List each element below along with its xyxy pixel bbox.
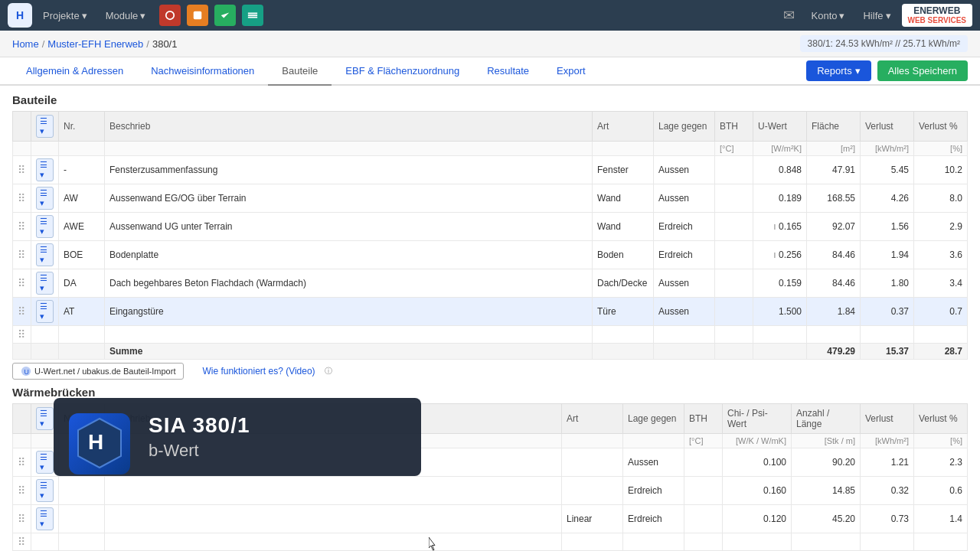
col-verlust: Verlust xyxy=(861,112,914,142)
save-all-button[interactable]: Alles Speichern xyxy=(877,60,968,81)
svg-rect-3 xyxy=(248,17,257,18)
col-bth-wb: BTH xyxy=(684,404,723,434)
icon-red[interactable] xyxy=(159,5,181,26)
icon-green[interactable] xyxy=(214,5,236,26)
menu-module[interactable]: Module ▾ xyxy=(98,7,154,24)
table-row-empty: ⠿ xyxy=(13,326,968,344)
col-verlust-pct: Verlust % xyxy=(914,112,968,142)
breadcrumb-current: 380/1 xyxy=(152,38,178,50)
tab-ebf[interactable]: EBF & Flächenzuordnung xyxy=(332,57,473,86)
energy-stats: 380/1: 24.53 kWh/m² // 25.71 kWh/m² xyxy=(800,35,968,52)
tab-export[interactable]: Export xyxy=(543,57,599,86)
breadcrumb: Home / Muster-EFH Enerweb / 380/1 xyxy=(12,38,177,50)
tab-allgemein[interactable]: Allgemein & Adressen xyxy=(12,57,137,86)
info-icon: ⓘ xyxy=(325,366,332,377)
col-icon-btn-wb[interactable]: ☰ ▾ xyxy=(36,407,54,430)
breadcrumb-project[interactable]: Muster-EFH Enerweb xyxy=(47,38,143,50)
menu-konto[interactable]: Konto ▾ xyxy=(804,7,853,24)
drag-handle[interactable]: ⠿ xyxy=(18,192,25,204)
row-icon-btn[interactable]: ☰ ▾ xyxy=(36,451,54,474)
tooltip-content: SIA 380/1 b-Wert xyxy=(149,413,403,461)
bauteile-sum-row: Summe 479.29 15.37 28.7 xyxy=(13,344,968,360)
bauteile-title: Bauteile xyxy=(12,93,968,106)
mail-icon[interactable]: ✉ xyxy=(777,4,801,27)
col-beschrieb: Beschrieb xyxy=(105,112,593,142)
svg-rect-2 xyxy=(248,15,257,16)
table-row: ⠿ ☰ ▾ DA Dach begehbares Beton Flachdach… xyxy=(13,269,968,298)
table-row-empty-wb: ⠿ xyxy=(13,533,968,551)
reports-button[interactable]: Reports ▾ xyxy=(806,60,871,81)
bauteile-subheader-row: [°C] [W/m²K] [m²] [kWh/m²] [%] xyxy=(13,142,968,156)
enerweb-logo: ENERWEB WEB SERVICES xyxy=(902,4,973,27)
drag-handle[interactable]: ⠿ xyxy=(18,328,25,341)
svg-text:U: U xyxy=(24,368,28,376)
col-drag xyxy=(13,112,31,142)
table-row: ⠿ ☰ ▾ AW Aussenwand EG/OG über Terrain W… xyxy=(13,184,968,213)
bauteile-table: ☰ ▾ Nr. Beschrieb Art Lage gegen BTH U-W… xyxy=(12,111,968,360)
svg-rect-1 xyxy=(248,13,257,15)
col-icon: ☰ ▾ xyxy=(31,112,59,142)
tab-actions: Reports ▾ Alles Speichern xyxy=(806,60,968,81)
row-icon-btn[interactable]: ☰ ▾ xyxy=(36,187,54,210)
menu-projekte[interactable]: Projekte ▾ xyxy=(35,7,95,24)
row-icon-btn[interactable]: ☰ ▾ xyxy=(36,479,54,502)
tooltip-subtitle: b-Wert xyxy=(149,441,403,461)
table-row: ⠿ ☰ ▾ AWE Aussenwand UG unter Terrain Wa… xyxy=(13,213,968,241)
menu-hilfe[interactable]: Hilfe ▾ xyxy=(855,7,898,24)
bauteile-video-link[interactable]: Wie funktioniert es? (Video) xyxy=(202,366,315,377)
breadcrumb-home[interactable]: Home xyxy=(12,38,39,50)
row-icon-btn[interactable]: ☰ ▾ xyxy=(36,215,54,238)
tab-bauteile[interactable]: Bauteile xyxy=(268,57,332,86)
tab-bar: Allgemein & Adressen Nachweisinformation… xyxy=(0,57,980,86)
col-verlust-wb: Verlust xyxy=(861,404,914,434)
app-logo[interactable]: H xyxy=(8,3,32,28)
main-content: Bauteile ☰ ▾ Nr. Beschrieb Art Lage gege… xyxy=(0,86,980,551)
icon-orange[interactable] xyxy=(187,5,208,26)
tab-nachweis[interactable]: Nachweisinformationen xyxy=(137,57,268,86)
svg-text:H: H xyxy=(88,430,103,454)
top-navigation: H Projekte ▾ Module ▾ ✉ Konto ▾ Hilfe ▾ … xyxy=(0,0,980,31)
tabs: Allgemein & Adressen Nachweisinformation… xyxy=(12,57,599,84)
col-flaeche: Fläche xyxy=(807,112,861,142)
col-icon-btn[interactable]: ☰ ▾ xyxy=(36,115,54,138)
col-chi: Chi- / Psi-Wert xyxy=(723,404,792,434)
tooltip-overlay: H SIA 380/1 b-Wert xyxy=(54,398,421,476)
drag-handle[interactable]: ⠿ xyxy=(18,513,25,525)
table-row: ⠿ ☰ ▾ Linear Erdreich 0.120 45.20 0.73 1… xyxy=(13,505,968,533)
col-lage: Lage gegen xyxy=(654,112,715,142)
table-row: ⠿ ☰ ▾ BOE Bodenplatte Boden Erdreich ı 0… xyxy=(13,241,968,269)
row-icon-btn[interactable]: ☰ ▾ xyxy=(36,243,54,266)
table-row: ⠿ ☰ ▾ Erdreich 0.160 14.85 0.32 0.6 xyxy=(13,477,968,505)
tooltip-logo: H xyxy=(69,413,130,474)
row-icon-btn[interactable]: ☰ ▾ xyxy=(36,272,54,295)
drag-handle[interactable]: ⠿ xyxy=(18,249,25,261)
drag-handle[interactable]: ⠿ xyxy=(18,305,25,318)
table-row: ⠿ ☰ ▾ - Fensterzusammenfassung Fenster A… xyxy=(13,156,968,184)
col-art: Art xyxy=(593,112,654,142)
col-anzahl: Anzahl / Länge xyxy=(792,404,861,434)
waermeb-title: Wärmebrücken xyxy=(12,386,968,399)
drag-handle[interactable]: ⠿ xyxy=(18,220,25,233)
row-icon-btn[interactable]: ☰ ▾ xyxy=(36,300,54,323)
col-verlust-pct-wb: Verlust % xyxy=(914,404,968,434)
drag-handle[interactable]: ⠿ xyxy=(18,456,25,468)
col-nr: Nr. xyxy=(59,112,105,142)
tab-resultate[interactable]: Resultate xyxy=(473,57,543,86)
drag-handle[interactable]: ⠿ xyxy=(18,484,25,497)
row-icon-btn[interactable]: ☰ ▾ xyxy=(36,507,54,530)
tooltip-title: SIA 380/1 xyxy=(149,413,403,438)
drag-handle[interactable]: ⠿ xyxy=(18,277,25,289)
import-button[interactable]: U U-Wert.net / ubakus.de Bauteil-Import xyxy=(12,363,184,380)
col-bth: BTH xyxy=(715,112,753,142)
bauteile-header-row: ☰ ▾ Nr. Beschrieb Art Lage gegen BTH U-W… xyxy=(13,112,968,142)
row-icon-btn[interactable]: ☰ ▾ xyxy=(36,158,54,181)
col-art-wb: Art xyxy=(562,404,623,434)
col-lage-wb: Lage gegen xyxy=(623,404,684,434)
col-drag xyxy=(13,404,31,434)
col-uwert: U-Wert xyxy=(753,112,807,142)
icon-teal[interactable] xyxy=(242,5,263,26)
drag-handle[interactable]: ⠿ xyxy=(18,536,25,548)
svg-rect-0 xyxy=(194,11,202,20)
table-row-highlighted: ⠿ ☰ ▾ AT Eingangstüre Türe Aussen 1.500 … xyxy=(13,298,968,326)
drag-handle[interactable]: ⠿ xyxy=(18,164,25,176)
